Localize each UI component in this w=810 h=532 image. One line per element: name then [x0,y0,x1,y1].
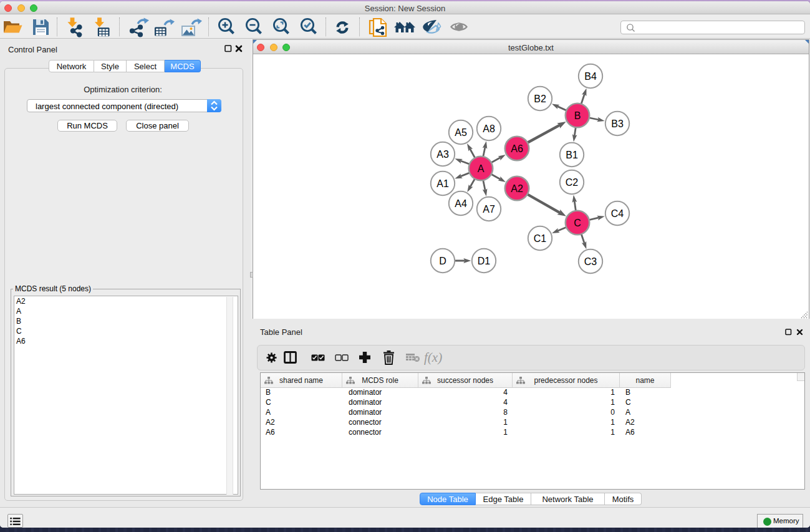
svg-text:A6: A6 [511,143,523,154]
svg-text:B4: B4 [584,71,597,82]
svg-text:A1: A1 [436,178,449,189]
svg-text:A2: A2 [511,183,523,194]
svg-text:C3: C3 [584,256,597,267]
svg-text:C4: C4 [611,208,624,219]
svg-text:B2: B2 [534,94,546,104]
svg-text:A3: A3 [436,149,449,160]
svg-text:B1: B1 [566,150,578,160]
svg-text:D: D [439,256,446,266]
svg-text:A7: A7 [483,204,495,215]
svg-text:A8: A8 [483,123,495,134]
svg-text:A5: A5 [455,127,467,138]
svg-text:B: B [574,110,581,121]
svg-text:C1: C1 [534,233,547,244]
svg-text:A4: A4 [455,198,467,209]
svg-text:B3: B3 [611,118,624,129]
svg-text:D1: D1 [478,256,491,266]
svg-text:C2: C2 [566,177,579,188]
svg-text:C: C [574,218,581,228]
svg-text:A: A [478,163,485,174]
